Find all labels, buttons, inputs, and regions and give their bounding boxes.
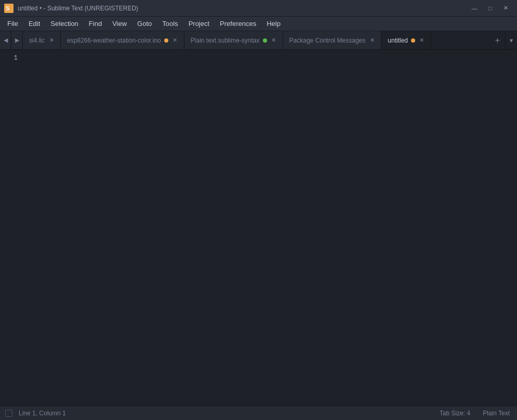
editor-area: 1 — [0, 50, 517, 405]
tab-overflow-button[interactable]: ▼ — [506, 31, 517, 49]
tab-prev-button[interactable]: ◀ — [0, 31, 11, 49]
tab-untitled[interactable]: untitled ✕ — [381, 31, 431, 49]
svg-text:S: S — [6, 5, 9, 11]
tab-esp8266-close[interactable]: ✕ — [171, 37, 179, 44]
menu-edit[interactable]: Edit — [23, 18, 45, 30]
tab-esp8266-label: esp8266-weather-station-color.ino — [67, 37, 161, 44]
tab-plaintext-syntax-dot — [263, 38, 267, 43]
tab-untitled-label: untitled — [388, 37, 408, 44]
tab-esp8266[interactable]: esp8266-weather-station-color.ino ✕ — [61, 31, 184, 49]
tab-si4[interactable]: si4.lic ✕ — [23, 31, 61, 49]
window-controls: — □ ✕ — [467, 3, 513, 14]
menu-bar: File Edit Selection Find View Goto Tools… — [0, 17, 517, 31]
editor-content[interactable] — [23, 50, 517, 405]
tab-si4-label: si4.lic — [29, 37, 45, 44]
tab-si4-close[interactable]: ✕ — [48, 37, 55, 44]
tab-package-control-label: Package Control Messages — [289, 37, 366, 44]
tab-plaintext-syntax-close[interactable]: ✕ — [270, 37, 277, 44]
menu-selection[interactable]: Selection — [45, 18, 83, 30]
status-tab-size[interactable]: Tab Size: 4 — [438, 410, 472, 417]
maximize-button[interactable]: □ — [483, 3, 497, 14]
minimize-button[interactable]: — — [467, 3, 482, 14]
menu-preferences[interactable]: Preferences — [215, 18, 261, 30]
menu-find[interactable]: Find — [84, 18, 107, 30]
menu-file[interactable]: File — [2, 18, 23, 30]
status-position[interactable]: Line 1, Column 1 — [17, 410, 68, 417]
title-text: untitled • - Sublime Text (UNREGISTERED) — [18, 5, 467, 12]
line-number-1: 1 — [0, 53, 23, 64]
status-left: Line 1, Column 1 — [5, 410, 68, 417]
close-button[interactable]: ✕ — [498, 3, 513, 14]
menu-help[interactable]: Help — [261, 18, 286, 30]
status-bar: Line 1, Column 1 Tab Size: 4 Plain Text — [0, 405, 517, 420]
menu-project[interactable]: Project — [183, 18, 215, 30]
menu-goto[interactable]: Goto — [132, 18, 157, 30]
tab-esp8266-dot — [164, 38, 168, 43]
status-right: Tab Size: 4 Plain Text — [438, 410, 512, 417]
tab-plaintext-syntax-label: Plain text.sublime-syntax — [191, 37, 260, 44]
line-numbers: 1 — [0, 50, 23, 405]
app-icon: S — [4, 4, 14, 13]
title-bar: S untitled • - Sublime Text (UNREGISTERE… — [0, 0, 517, 17]
status-indent-icon — [5, 410, 12, 417]
menu-tools[interactable]: Tools — [157, 18, 183, 30]
new-tab-button[interactable]: + — [490, 31, 506, 49]
tab-untitled-dot — [411, 38, 415, 43]
tab-package-control[interactable]: Package Control Messages ✕ — [283, 31, 382, 49]
tab-next-button[interactable]: ▶ — [11, 31, 23, 49]
menu-view[interactable]: View — [107, 18, 132, 30]
status-syntax[interactable]: Plain Text — [481, 410, 512, 417]
tab-untitled-close[interactable]: ✕ — [418, 37, 426, 44]
tab-bar: ◀ ▶ si4.lic ✕ esp8266-weather-station-co… — [0, 31, 517, 50]
tab-plaintext-syntax[interactable]: Plain text.sublime-syntax ✕ — [184, 31, 283, 49]
tab-package-control-close[interactable]: ✕ — [368, 37, 376, 44]
